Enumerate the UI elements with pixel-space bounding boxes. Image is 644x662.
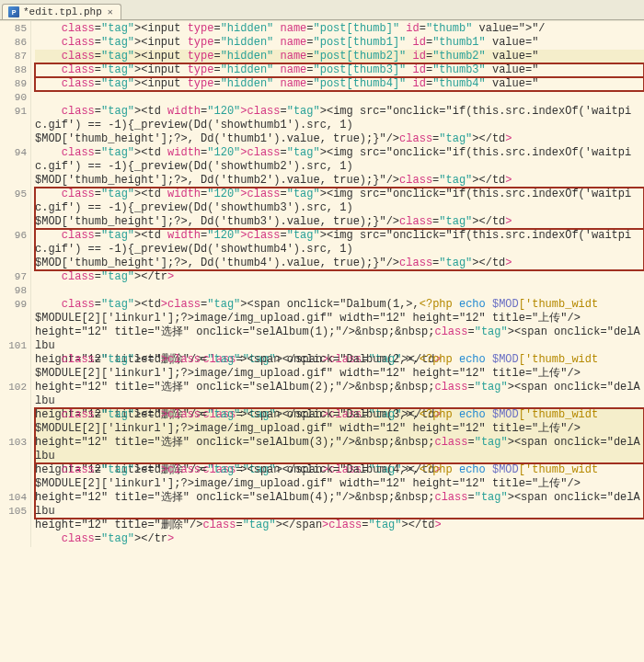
code-line[interactable]: class="tag"><td>class="tag"><span onclic… <box>35 353 644 408</box>
line-number-gutter: 8586878889909194959697989910110210310410… <box>0 21 31 547</box>
line-number: 102 <box>0 381 27 436</box>
line-number: 88 <box>0 63 27 77</box>
php-file-icon <box>8 6 19 17</box>
line-number: 85 <box>0 22 27 36</box>
code-line[interactable]: class="tag"><td>class="tag"><span onclic… <box>35 408 644 463</box>
code-line[interactable]: class="tag"><td width="120">class="tag">… <box>35 188 644 229</box>
code-line[interactable]: class="tag"><td>class="tag"><span onclic… <box>35 298 644 353</box>
line-number: 98 <box>0 284 27 298</box>
code-line[interactable]: class="tag"><td width="120">class="tag">… <box>35 229 644 270</box>
code-line[interactable]: class="tag"><input type="hidden" name="p… <box>35 22 644 36</box>
line-number: 105 <box>0 505 27 519</box>
line-number: 94 <box>0 146 27 188</box>
line-number: 90 <box>0 91 27 105</box>
code-line[interactable]: class="tag"></tr> <box>35 270 644 284</box>
code-line[interactable]: class="tag"><td width="120">class="tag">… <box>35 146 644 188</box>
code-line[interactable]: class="tag"><input type="hidden" name="p… <box>35 63 644 77</box>
code-line[interactable] <box>35 91 644 105</box>
code-editor[interactable]: 8586878889909194959697989910110210310410… <box>0 20 644 547</box>
close-icon[interactable]: ✕ <box>106 7 115 17</box>
line-number: 103 <box>0 436 27 491</box>
file-tab[interactable]: *edit.tpl.php ✕ <box>2 4 121 19</box>
code-area[interactable]: class="tag"><input type="hidden" name="p… <box>31 21 644 547</box>
line-number: 91 <box>0 105 27 146</box>
code-line[interactable]: class="tag"><input type="hidden" name="p… <box>35 36 644 50</box>
line-number: 97 <box>0 270 27 284</box>
line-number: 86 <box>0 36 27 50</box>
line-number: 95 <box>0 188 27 229</box>
code-line[interactable] <box>35 284 644 298</box>
line-number: 99 <box>0 298 27 339</box>
code-line[interactable]: class="tag"></tr> <box>35 532 644 546</box>
code-line[interactable]: class="tag"><td>class="tag"><span onclic… <box>35 463 644 519</box>
line-number: 89 <box>0 77 27 91</box>
line-number: 96 <box>0 229 27 270</box>
line-number: 104 <box>0 491 27 505</box>
code-line[interactable]: class="tag"><input type="hidden" name="p… <box>35 50 644 63</box>
line-number: 101 <box>0 339 27 381</box>
line-number: 87 <box>0 50 27 63</box>
tab-filename: *edit.tpl.php <box>23 6 102 17</box>
code-line[interactable]: class="tag"><input type="hidden" name="p… <box>35 77 644 91</box>
tab-bar: *edit.tpl.php ✕ <box>0 0 644 20</box>
code-line[interactable]: class="tag"><td width="120">class="tag">… <box>35 105 644 146</box>
